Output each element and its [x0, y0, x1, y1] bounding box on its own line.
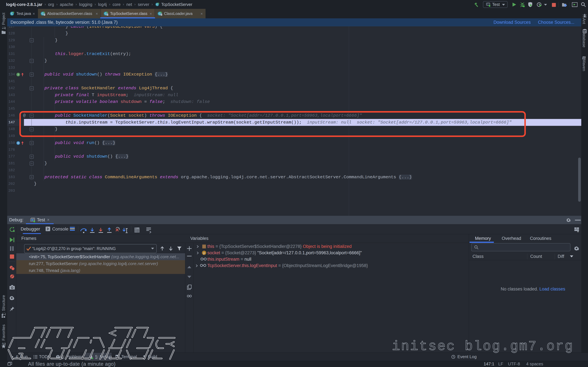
- svg-text:C: C: [42, 12, 44, 15]
- svg-text:C: C: [105, 12, 107, 15]
- svg-text:I: I: [18, 73, 18, 76]
- svg-text:p: p: [203, 251, 205, 255]
- svg-text:C: C: [11, 12, 13, 15]
- svg-text:C: C: [159, 12, 161, 15]
- svg-text:C: C: [156, 3, 158, 6]
- svg-text:O: O: [17, 142, 19, 144]
